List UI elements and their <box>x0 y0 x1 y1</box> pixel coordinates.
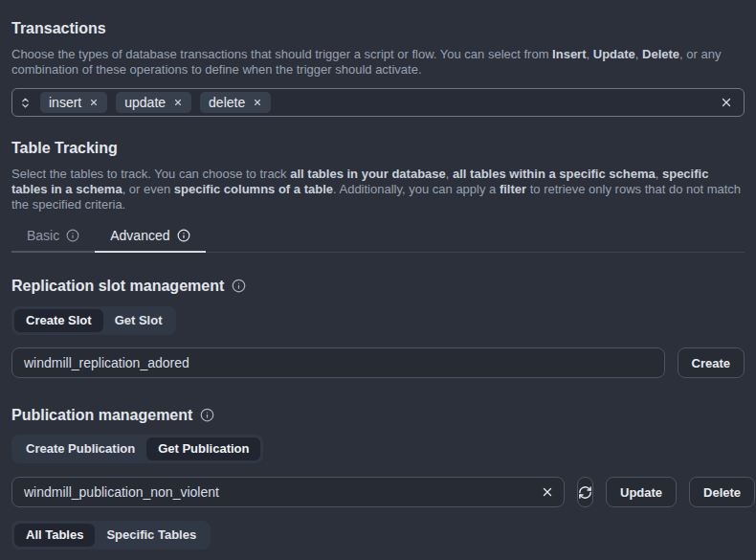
table-tracking-description: Select the tables to track. You can choo… <box>11 167 745 213</box>
table-tracking-tabs: Basic Advanced <box>11 227 745 253</box>
toggle-specific-tables[interactable]: Specific Tables <box>95 524 208 547</box>
publication-row: Update Delete <box>11 477 745 507</box>
clear-all-icon[interactable] <box>720 96 733 109</box>
remove-tag-icon[interactable] <box>173 98 183 107</box>
toggle-get-publication[interactable]: Get Publication <box>146 437 260 460</box>
tables-scope-toggle: All Tables Specific Tables <box>11 521 211 549</box>
replication-slot-row: Create <box>11 347 745 378</box>
create-slot-button[interactable]: Create <box>678 347 745 378</box>
clear-input-icon[interactable] <box>541 485 554 499</box>
tab-basic[interactable]: Basic <box>11 227 95 253</box>
toggle-all-tables[interactable]: All Tables <box>14 524 95 547</box>
refresh-cw-icon <box>578 485 592 500</box>
publication-mode-toggle: Create Publication Get Publication <box>11 435 263 463</box>
transactions-multiselect[interactable]: insert update delete <box>11 88 745 117</box>
toggle-create-slot[interactable]: Create Slot <box>14 309 103 332</box>
replication-slot-name-input[interactable] <box>11 347 665 378</box>
tag-label: update <box>124 95 166 110</box>
info-icon[interactable] <box>177 229 190 242</box>
transaction-tag-insert: insert <box>40 92 107 113</box>
tab-advanced[interactable]: Advanced <box>95 227 205 253</box>
remove-tag-icon[interactable] <box>89 98 99 107</box>
publication-name-input[interactable] <box>11 477 565 507</box>
trigger-config-panel: Transactions Choose the types of databas… <box>0 0 756 549</box>
delete-publication-button[interactable]: Delete <box>689 477 755 507</box>
toggle-get-slot[interactable]: Get Slot <box>103 309 174 332</box>
transactions-title: Transactions <box>11 20 745 36</box>
transactions-description: Choose the types of database transaction… <box>11 47 745 78</box>
publication-title: Publication management <box>11 407 745 423</box>
transaction-tag-update: update <box>116 92 191 113</box>
table-tracking-title: Table Tracking <box>11 140 745 156</box>
tab-label: Basic <box>27 228 59 243</box>
refresh-publication-button[interactable] <box>577 477 593 507</box>
publication-input-wrap <box>11 477 565 507</box>
slot-mode-toggle: Create Slot Get Slot <box>11 306 176 335</box>
chevrons-up-down-icon[interactable] <box>19 97 32 109</box>
info-icon[interactable] <box>66 229 79 242</box>
tag-label: delete <box>209 95 245 110</box>
remove-tag-icon[interactable] <box>253 98 262 107</box>
replication-slot-input-wrap <box>11 347 665 378</box>
transaction-tag-delete: delete <box>200 92 271 113</box>
info-icon[interactable] <box>200 408 214 422</box>
update-publication-button[interactable]: Update <box>606 477 677 507</box>
replication-slot-title-text: Replication slot management <box>11 278 224 294</box>
tag-label: insert <box>49 95 81 110</box>
publication-title-text: Publication management <box>11 407 192 423</box>
replication-slot-title: Replication slot management <box>11 278 745 294</box>
tab-label: Advanced <box>110 228 169 243</box>
toggle-create-publication[interactable]: Create Publication <box>14 437 146 460</box>
info-icon[interactable] <box>232 279 246 293</box>
